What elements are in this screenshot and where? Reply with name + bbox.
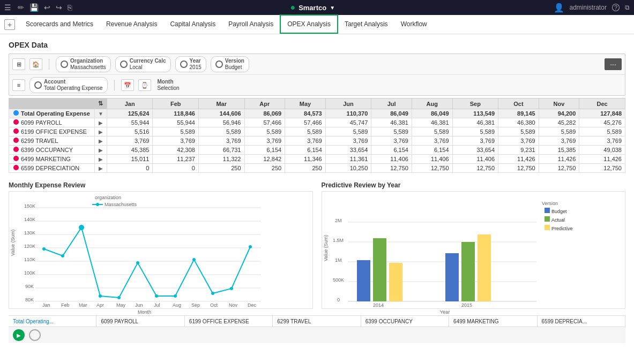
- table-cell: 0: [107, 164, 153, 173]
- table-cell: 5,589: [285, 127, 326, 136]
- legend-total-link[interactable]: Total Operating...: [13, 318, 54, 324]
- svg-rect-58: [357, 260, 370, 301]
- table-cell: 3,769: [325, 136, 371, 146]
- table-header-jul: Jul: [371, 98, 412, 109]
- table-cell: 3,769: [539, 136, 579, 146]
- table-cell: 45,276: [579, 118, 625, 127]
- hamburger-icon[interactable]: ☰: [4, 3, 11, 12]
- tab-target[interactable]: Target Analysis: [338, 15, 394, 34]
- table-cell: 11,406: [371, 155, 412, 164]
- redo-icon[interactable]: ↪: [56, 3, 62, 12]
- table-cell: 3,769: [285, 136, 326, 146]
- row-expand-arrow[interactable]: ▶: [95, 155, 107, 164]
- monthly-chart-area: 80K 90K 100K 110K 120K 130K 140K 150K Va…: [9, 191, 313, 309]
- table-cell: 3,769: [371, 136, 412, 146]
- svg-text:Value (Sum): Value (Sum): [10, 230, 16, 256]
- table-cell: 5,589: [198, 127, 244, 136]
- spinner-button[interactable]: [29, 329, 41, 341]
- table-row[interactable]: 6499 MARKETING▶15,01111,23711,32212,8421…: [9, 155, 625, 164]
- bottom-legend: Total Operating... 6099 PAYROLL 6199 OFF…: [9, 315, 625, 327]
- filter-calendar-icon[interactable]: 📅: [121, 79, 134, 91]
- legend-travel[interactable]: 6299 TRAVEL: [273, 316, 361, 327]
- filter-house-icon[interactable]: 🏠: [29, 58, 42, 70]
- save-icon[interactable]: 💾: [29, 3, 39, 12]
- separator-2: [114, 80, 115, 90]
- svg-text:Nov: Nov: [229, 302, 238, 308]
- window-icon[interactable]: ⧉: [625, 4, 630, 11]
- legend-marketing[interactable]: 6499 MARKETING: [449, 316, 537, 327]
- filter-year[interactable]: Year 2015: [175, 56, 206, 72]
- table-header-aug: Aug: [412, 98, 452, 109]
- legend-office[interactable]: 6199 OFFICE EXPENSE: [185, 316, 273, 327]
- table-cell: 46,380: [498, 118, 539, 127]
- filter-grid-icon[interactable]: ⊞: [12, 58, 25, 70]
- legend-occupancy[interactable]: 6399 OCCUPANCY: [361, 316, 449, 327]
- row-expand-arrow[interactable]: ▶: [95, 136, 107, 146]
- filter-row-2: ≡ Account Total Operating Expense 📅 ⌚ Mo…: [9, 74, 625, 95]
- tab-opex[interactable]: OPEX Analysis: [280, 14, 338, 34]
- table-row[interactable]: 6099 PAYROLL▶55,94455,94456,94657,46657,…: [9, 118, 625, 127]
- row-expand-arrow[interactable]: ▶: [95, 164, 107, 173]
- table-row[interactable]: 6299 TRAVEL▶3,7693,7693,7693,7693,7693,7…: [9, 136, 625, 146]
- table-row[interactable]: Total Operating Expense▼125,624118,84614…: [9, 109, 625, 118]
- legend-payroll[interactable]: 6099 PAYROLL: [96, 316, 184, 327]
- share-icon[interactable]: ⎘: [68, 3, 72, 12]
- table-row[interactable]: 6599 DEPRECIATION▶0025025025010,25012,75…: [9, 164, 625, 173]
- svg-point-23: [136, 261, 139, 264]
- undo-icon[interactable]: ↩: [44, 3, 50, 12]
- table-cell: 86,069: [244, 109, 285, 118]
- help-icon[interactable]: ?: [612, 4, 620, 11]
- nav-bar: + Scorecards and Metrics Revenue Analysi…: [0, 15, 634, 34]
- table-cell: 33,654: [452, 146, 498, 155]
- table-cell: 3,769: [198, 136, 244, 146]
- legend-depreciation[interactable]: 6599 DEPRECIA...: [538, 316, 625, 327]
- charts-row: Monthly Expense Review 80K 90K 100K 110K…: [9, 181, 625, 309]
- svg-text:1M: 1M: [335, 257, 342, 263]
- table-cell: 250: [198, 164, 244, 173]
- table-row[interactable]: 6199 OFFICE EXPENSE▶5,5165,5895,5895,589…: [9, 127, 625, 136]
- filter-account[interactable]: Account Total Operating Expense: [29, 77, 108, 93]
- tab-revenue[interactable]: Revenue Analysis: [100, 15, 163, 34]
- filter-currency[interactable]: Currency Calc Local: [115, 56, 171, 72]
- svg-rect-71: [545, 225, 550, 230]
- more-options-button[interactable]: ···: [605, 58, 622, 70]
- table-cell: 5,589: [579, 127, 625, 136]
- table-header-sep: Sep: [452, 98, 498, 109]
- row-expand-arrow[interactable]: ▶: [95, 127, 107, 136]
- table-cell: 12,750: [371, 164, 412, 173]
- svg-text:110K: 110K: [24, 257, 35, 262]
- play-button[interactable]: ▶: [13, 329, 25, 341]
- table-cell: 11,406: [412, 155, 452, 164]
- table-cell: 86,049: [371, 109, 412, 118]
- svg-text:Month: Month: [138, 309, 151, 315]
- table-cell: 55,944: [153, 118, 199, 127]
- currency-circle-icon: [120, 60, 128, 68]
- row-expand-arrow[interactable]: ▶: [95, 118, 107, 127]
- filter-version[interactable]: Version Budget: [211, 56, 249, 72]
- user-avatar-icon: 👤: [554, 3, 564, 13]
- svg-point-20: [79, 225, 84, 230]
- account-circle-icon: [34, 81, 42, 89]
- filter-month-icon[interactable]: ⌚: [138, 79, 151, 91]
- pencil-icon[interactable]: ✏: [18, 3, 24, 12]
- tab-workflow[interactable]: Workflow: [394, 15, 434, 34]
- tab-scorecards[interactable]: Scorecards and Metrics: [19, 15, 100, 34]
- legend-total[interactable]: Total Operating...: [9, 316, 96, 327]
- row-expand-arrow[interactable]: ▶: [95, 146, 107, 155]
- table-header-apr: Apr: [244, 98, 285, 109]
- table-header-jun: Jun: [325, 98, 371, 109]
- svg-text:140K: 140K: [24, 217, 35, 222]
- table-cell: 5,589: [244, 127, 285, 136]
- tab-capital[interactable]: Capital Analysis: [163, 15, 222, 34]
- filter-row-1: ⊞ 🏠 Organization Massachusetts Currency …: [9, 54, 625, 74]
- table-row[interactable]: 6399 OCCUPANCY▶45,38542,30866,7316,1546,…: [9, 146, 625, 155]
- table-cell: 12,750: [539, 164, 579, 173]
- add-tab-button[interactable]: +: [4, 19, 15, 30]
- filter-organization[interactable]: Organization Massachusetts: [56, 56, 111, 72]
- tab-payroll[interactable]: Payroll Analysis: [222, 15, 280, 34]
- row-expand-arrow[interactable]: ▼: [95, 109, 107, 118]
- table-cell: 3,769: [244, 136, 285, 146]
- table-cell: 42,308: [153, 146, 199, 155]
- filter-list-icon[interactable]: ≡: [12, 79, 25, 91]
- app-dropdown-icon[interactable]: ▼: [330, 5, 335, 11]
